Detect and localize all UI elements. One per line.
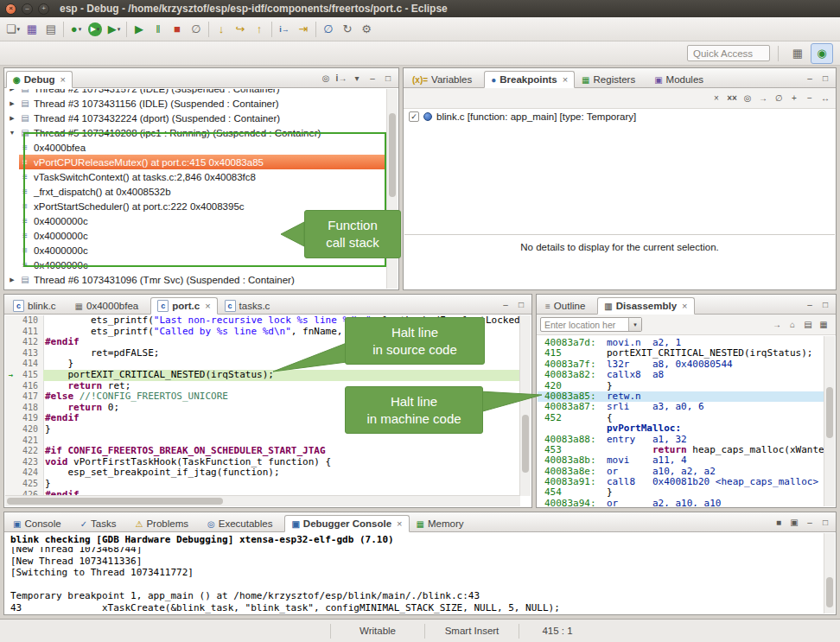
breakpoint-entry[interactable]: ✓ blink.c [function: app_main] [type: Te… <box>404 109 836 124</box>
minimize-icon[interactable]: – <box>803 71 817 85</box>
show-breakpoints-icon[interactable]: ◎ <box>741 92 754 105</box>
disassembly-line[interactable]: 40083a87:srli a3, a0, 6 <box>538 402 824 412</box>
remove-all-breakpoints-icon[interactable]: ×× <box>725 92 739 105</box>
minimize-icon[interactable]: – <box>803 297 817 311</box>
maximize-icon[interactable]: □ <box>818 71 832 85</box>
disassembly-scrollbar[interactable] <box>824 336 835 506</box>
trace-icon[interactable]: ◎ <box>319 71 333 85</box>
tab-outline[interactable]: ≡ Outline <box>538 297 597 315</box>
collapse-all-icon[interactable]: − <box>803 92 817 105</box>
go-to-file-icon[interactable]: → <box>756 92 770 105</box>
instruction-stepping-icon[interactable]: i→ <box>275 20 294 39</box>
terminate-console-icon[interactable]: ■ <box>772 515 786 529</box>
print-icon[interactable]: ▤ <box>41 20 60 39</box>
minimize-icon[interactable]: – <box>499 297 512 311</box>
disassembly-line[interactable]: 40083a94:or a2, a10, a10 <box>538 499 824 506</box>
external-tools-icon[interactable]: ▶ <box>105 20 124 39</box>
code-line[interactable]: 413 ret=pdFALSE; <box>5 348 520 359</box>
resume-icon[interactable]: ▶ <box>130 20 149 39</box>
disassembly-line[interactable]: 40083a91:call8 0x40081b20 <heap_caps_mal… <box>538 477 824 487</box>
debug-tree-row[interactable]: ≡ 0x4000000c <box>5 213 387 228</box>
window-minimize-button[interactable]: – <box>22 3 33 15</box>
code-line[interactable]: 420 } <box>5 424 520 435</box>
debug-tree-row[interactable]: ≡ vPortCPUReleaseMutex() at port.c:415 0… <box>5 155 387 169</box>
open-perspective-icon[interactable]: ▦ <box>786 43 809 64</box>
debug-tree-row[interactable]: ≡ vTaskSwitchContext() at tasks.c:2,846 … <box>5 169 387 184</box>
minimize-icon[interactable]: – <box>803 515 817 529</box>
expand-arrow-icon[interactable]: ▶ <box>5 100 19 107</box>
tab-console[interactable]: ▣ Console <box>6 515 73 532</box>
skip-all-breakpoints-icon[interactable]: ∅ <box>319 20 338 39</box>
maximize-icon[interactable]: □ <box>818 297 832 311</box>
tab-problems[interactable]: ⚠ Problems <box>128 515 200 532</box>
track-expression-icon[interactable]: ▦ <box>817 318 830 332</box>
home-icon[interactable]: ⌂ <box>786 318 799 332</box>
tab-debug[interactable]: ◉ Debug × <box>6 71 73 88</box>
skip-all-breakpoints-icon[interactable]: ∅ <box>772 92 786 105</box>
tab-memory[interactable]: ▦ Memory <box>410 515 476 532</box>
window-maximize-button[interactable]: + <box>38 3 49 15</box>
maximize-icon[interactable]: □ <box>818 515 832 529</box>
debug-tree-row[interactable]: ▶ ▤ Thread #4 1073432224 (dport) (Suspen… <box>5 111 387 125</box>
maximize-icon[interactable]: □ <box>514 297 528 311</box>
debug-scrollbar[interactable] <box>386 89 398 289</box>
location-input[interactable]: Enter location her ▾ <box>540 317 642 332</box>
debug-tree-row[interactable]: ▶ ▤ Thread #3 1073431156 (IDLE) (Suspend… <box>5 96 387 111</box>
link-with-debug-icon[interactable]: ↔ <box>818 92 832 105</box>
debug-perspective-icon[interactable]: ◉ <box>811 43 833 64</box>
save-icon[interactable]: ▦ <box>22 20 41 39</box>
quick-access-input[interactable]: Quick Access <box>687 45 770 61</box>
use-step-filters-icon[interactable]: ⇥ <box>294 20 313 39</box>
tab-close-icon[interactable]: × <box>682 301 687 311</box>
debug-tree-row[interactable]: ▶ ▤ Thread #2 1073431572 (IDLE) (Suspend… <box>5 89 387 96</box>
debug-tree-row[interactable]: ▼ ▤ Thread #5 1073410208 (ipc1 : Running… <box>5 125 387 140</box>
disassembly-line[interactable]: 40083a82:callx8 a8 <box>538 370 824 380</box>
editor-vertical-scrollbar[interactable] <box>519 315 531 496</box>
console-output[interactable]: [New Thread 1073468744][New Thread 10734… <box>5 547 824 613</box>
tab-tasks[interactable]: ✓ Tasks <box>73 515 129 532</box>
window-close-button[interactable]: × <box>5 3 16 15</box>
run-icon[interactable]: ▶ <box>88 22 102 36</box>
tab-debugger-console[interactable]: ▣ Debugger Console × <box>284 515 409 532</box>
tab-blink-c[interactable]: c blink.c <box>6 297 68 315</box>
debug-tree-row[interactable]: ≡ _frxt_dispatch() at 0x4008532b <box>5 184 387 199</box>
disassembly-listing[interactable]: 40083a7d:movi.n a2, 1415portEXIT_CRITICA… <box>538 336 824 506</box>
suspend-icon[interactable]: ‖ <box>149 20 168 39</box>
debug-tree-row[interactable]: ≡ 0x4000000c <box>5 228 387 243</box>
tab-modules[interactable]: ▣ Modules <box>647 71 716 88</box>
view-menu-icon[interactable]: ▾ <box>350 71 364 85</box>
step-into-icon[interactable]: ↓ <box>212 20 231 39</box>
terminate-icon[interactable]: ■ <box>168 20 187 39</box>
expand-arrow-icon[interactable]: ▶ <box>5 277 19 283</box>
refresh-icon[interactable]: ↻ <box>338 20 357 39</box>
remove-breakpoint-icon[interactable]: × <box>710 92 723 105</box>
tab-variables[interactable]: (x)= Variables <box>405 71 484 88</box>
disconnect-icon[interactable]: ∅ <box>187 20 206 39</box>
location-dropdown-icon[interactable]: ▾ <box>628 318 641 331</box>
show-source-icon[interactable]: ▤ <box>801 318 815 332</box>
sync-pc-icon[interactable]: → <box>770 318 784 332</box>
tab-tasks-c[interactable]: c tasks.c <box>218 297 283 315</box>
code-line[interactable]: 425 } <box>5 479 520 490</box>
debug-tree-row[interactable]: ≡ 0x4000000c <box>5 243 387 257</box>
expand-all-icon[interactable]: + <box>787 92 801 105</box>
new-wizard-icon[interactable]: ❏ <box>3 20 22 39</box>
tab-registers[interactable]: ▦ Registers <box>575 71 647 88</box>
maximize-icon[interactable]: □ <box>381 71 395 85</box>
settings-icon[interactable]: ⚙ <box>357 20 376 39</box>
tab-0x4000bfea[interactable]: ▦ 0x4000bfea <box>68 297 151 315</box>
tab-disassembly[interactable]: ▥ Disassembly × <box>597 297 694 315</box>
code-line[interactable]: 419 #endif <box>5 413 520 424</box>
debug-tree-row[interactable]: ≡ 0x4000bfea <box>5 140 387 155</box>
debug-tree-row[interactable]: ≡ xPortStartScheduler() at port.c:222 0x… <box>5 199 387 213</box>
code-line[interactable]: 424 esp_set_breakpoint_if_jtag(function)… <box>5 467 520 479</box>
tab-close-icon[interactable]: × <box>563 74 568 85</box>
code-line[interactable]: 418 return 0; <box>5 403 520 414</box>
tab-port-c[interactable]: c port.c × <box>150 297 217 315</box>
code-editor[interactable]: 410 ets_printf("Last non-recursive lock … <box>5 315 520 496</box>
debug-tree-row[interactable]: ≡ 0x4000000c <box>5 257 387 272</box>
expand-arrow-icon[interactable]: ▶ <box>5 115 19 122</box>
instruction-stepping-toggle-icon[interactable]: i→ <box>334 71 348 85</box>
step-return-icon[interactable]: ↑ <box>250 20 269 39</box>
breakpoint-checkbox[interactable]: ✓ <box>409 111 419 122</box>
